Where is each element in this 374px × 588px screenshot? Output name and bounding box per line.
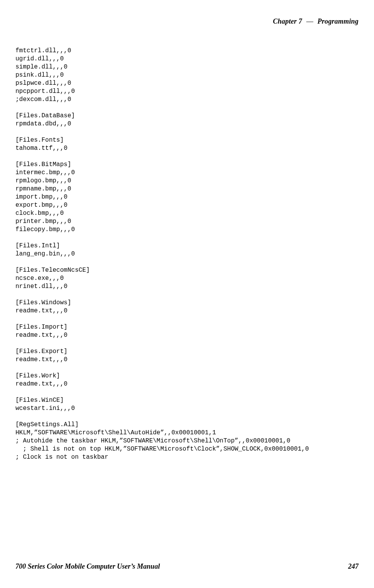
page-header: Chapter 7 — Programming (15, 17, 359, 26)
header-separator: — (304, 17, 316, 25)
chapter-label: Chapter 7 (273, 17, 302, 25)
page-number: 247 (348, 562, 359, 571)
manual-title: 700 Series Color Mobile Computer User’s … (15, 562, 160, 571)
code-block: fmtctrl.dll,,,0 ugrid.dll,,,0 simple.dll… (15, 47, 359, 461)
page-footer: 700 Series Color Mobile Computer User’s … (15, 562, 359, 571)
section-label: Programming (318, 17, 359, 25)
